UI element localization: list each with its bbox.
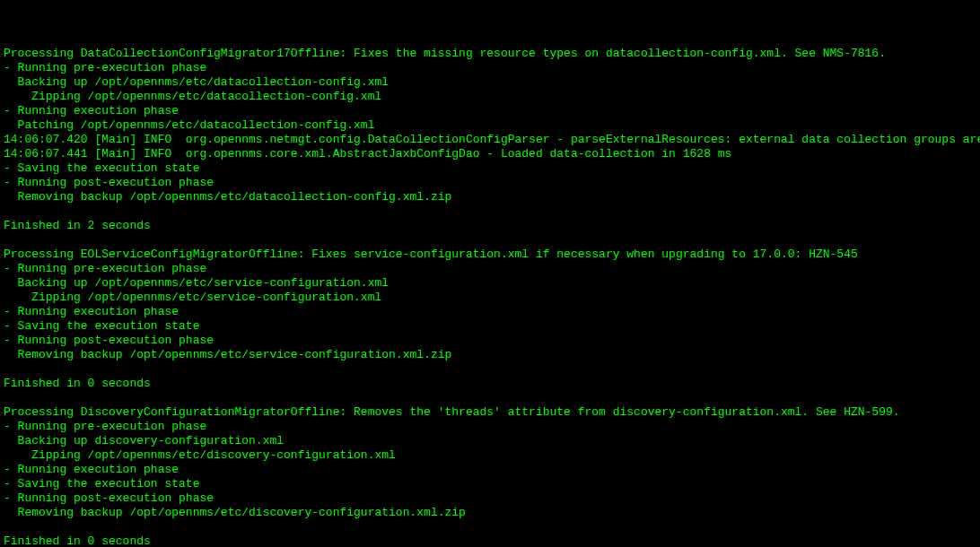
terminal-line: - Running pre-execution phase xyxy=(4,420,976,434)
terminal-line: - Running pre-execution phase xyxy=(4,61,976,75)
terminal-line: 14:06:07.420 [Main] INFO org.opennms.net… xyxy=(4,133,976,147)
terminal-line: Zipping /opt/opennms/etc/service-configu… xyxy=(4,291,976,305)
terminal-line: Processing DiscoveryConfigurationMigrato… xyxy=(4,405,976,420)
terminal-line: - Running pre-execution phase xyxy=(4,262,976,276)
terminal-line: 14:06:07.441 [Main] INFO org.opennms.cor… xyxy=(4,147,976,161)
terminal-line: Backing up /opt/opennms/etc/service-conf… xyxy=(4,276,976,291)
terminal-line: - Running execution phase xyxy=(4,104,976,118)
terminal-line: - Running post-execution phase xyxy=(4,334,976,348)
terminal-line: - Running post-execution phase xyxy=(4,491,976,506)
terminal-line: Zipping /opt/opennms/etc/discovery-confi… xyxy=(4,448,976,463)
terminal-line: - Running execution phase xyxy=(4,305,976,319)
terminal-line xyxy=(4,362,976,377)
terminal-line: - Running execution phase xyxy=(4,463,976,477)
terminal-line: Removing backup /opt/opennms/etc/discove… xyxy=(4,506,976,520)
terminal-line: Finished in 2 seconds xyxy=(4,219,976,233)
terminal-line: - Saving the execution state xyxy=(4,477,976,491)
terminal-line: Finished in 0 seconds xyxy=(4,377,976,391)
terminal-line: Zipping /opt/opennms/etc/datacollection-… xyxy=(4,90,976,104)
terminal-line: Backing up /opt/opennms/etc/datacollecti… xyxy=(4,75,976,90)
terminal-line: - Saving the execution state xyxy=(4,161,976,176)
terminal-line: Finished in 0 seconds xyxy=(4,534,976,547)
terminal-line xyxy=(4,233,976,247)
terminal-line: - Saving the execution state xyxy=(4,319,976,334)
terminal-output: Processing DataCollectionConfigMigrator1… xyxy=(4,47,976,547)
terminal-line: Patching /opt/opennms/etc/datacollection… xyxy=(4,118,976,133)
terminal-line: Removing backup /opt/opennms/etc/datacol… xyxy=(4,190,976,204)
terminal-line xyxy=(4,391,976,405)
terminal-line xyxy=(4,520,976,534)
terminal-line: - Running post-execution phase xyxy=(4,176,976,190)
terminal-line xyxy=(4,204,976,219)
terminal-line: Processing DataCollectionConfigMigrator1… xyxy=(4,47,976,61)
terminal-line: Processing EOLServiceConfigMigratorOffli… xyxy=(4,247,976,262)
terminal-line: Removing backup /opt/opennms/etc/service… xyxy=(4,348,976,362)
terminal-line: Backing up discovery-configuration.xml xyxy=(4,434,976,448)
